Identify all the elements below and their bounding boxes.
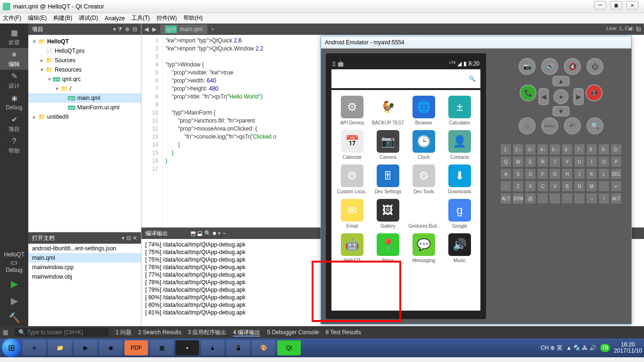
app-clock[interactable]: 🕒Clock (406, 130, 442, 160)
tree-row[interactable]: 📄HelloQT.pro (28, 46, 141, 56)
locator-input[interactable]: 🔍 Type to locate (Ctrl+K) (15, 328, 109, 337)
app-google[interactable]: gGoogle (442, 199, 478, 229)
taskbar-qt[interactable]: Qt (277, 340, 301, 355)
menu-item[interactable]: 调试(D) (79, 14, 98, 22)
mode-帮助[interactable]: ?帮助 (0, 135, 28, 156)
key[interactable]: SYM (512, 193, 524, 204)
taskbar-cmd[interactable]: ▪ (175, 340, 199, 355)
taskbar-ie[interactable]: e (23, 340, 46, 355)
key[interactable]: 8* (586, 144, 597, 155)
key[interactable]: G (549, 168, 561, 180)
taskbar-media[interactable]: ▶ (74, 340, 97, 355)
key[interactable]: F (537, 168, 548, 180)
app-calculator[interactable]: ±Calculator (442, 96, 478, 125)
key[interactable]: ↑ (500, 181, 512, 192)
status-tab[interactable]: 4 编译输出 (233, 329, 260, 337)
key[interactable]: T (549, 156, 561, 167)
key[interactable]: L (598, 168, 610, 180)
key[interactable] (537, 193, 548, 204)
emu-ctrl-button[interactable]: 🔍 (586, 117, 603, 134)
app-contacts[interactable]: 👤Contacts (442, 130, 478, 160)
run-button[interactable]: ▶ (8, 275, 21, 292)
emulator-screen[interactable]: ▯ 🤖ᴸᵀᴱ ◢ ▮ 8:20 🔍 ⚙API Demos🐓BACKUP TEST… (326, 53, 486, 319)
key[interactable]: C (537, 181, 548, 192)
key[interactable]: R (537, 156, 548, 167)
key[interactable]: Q (500, 156, 512, 167)
editor-filename-tab[interactable]: qml main.qml (160, 25, 207, 34)
debug-run-button[interactable]: ▶ (8, 292, 21, 309)
tree-row[interactable]: ▾qmlqml.qrc (28, 74, 141, 84)
nav-fwd-icon[interactable]: ▶ (152, 26, 157, 33)
app-custom-loca-[interactable]: ⚙Custom Loca.. (334, 165, 370, 194)
key[interactable]: / (598, 193, 610, 204)
key[interactable]: @ (525, 193, 536, 204)
key[interactable]: 9( (598, 144, 610, 155)
key[interactable]: J (574, 168, 585, 180)
key[interactable]: ↵ (611, 181, 622, 192)
tree-row[interactable]: ▾📁HelloQT (28, 37, 141, 46)
status-tab[interactable]: 8 Test Results (326, 329, 361, 336)
emulator-keyboard[interactable]: 1!2@3#4$5%6^7&8*9(0)QWERTYUIOPASDFGHJKLD… (500, 144, 622, 204)
emu-ctrl-button[interactable]: MENU (541, 117, 558, 134)
mode-编辑[interactable]: ≡编辑 (0, 48, 28, 70)
split-icon[interactable]: ⊟ (132, 26, 137, 33)
sidebar-toggle-icon[interactable]: ▥ (3, 329, 8, 336)
app-browser[interactable]: 🌐Browser (406, 96, 442, 125)
key[interactable] (561, 193, 573, 204)
opendocs-list[interactable]: android-libuntitl...ent-settings.jsonmai… (28, 244, 141, 326)
app-dev-tools[interactable]: ⚙Dev Tools (406, 165, 442, 194)
link-icon[interactable]: ⊕ (125, 26, 130, 33)
emu-ctrl-button[interactable]: ↶ (564, 117, 581, 134)
status-tab[interactable]: 2 Search Results (138, 329, 181, 336)
key[interactable]: W (512, 156, 524, 167)
taskbar-android[interactable]: ▲ (201, 340, 224, 355)
run-target[interactable]: HelloQT ▭ Debug (2, 249, 26, 275)
key[interactable]: E (525, 156, 536, 167)
app-calendar[interactable]: 📅Calendar (334, 130, 370, 160)
key[interactable]: V (549, 181, 561, 192)
key[interactable]: O (598, 156, 610, 167)
hangup-button[interactable]: 📵 (586, 84, 603, 101)
taskbar-app[interactable]: ◉ (99, 340, 123, 355)
mode-设计[interactable]: ✎设计 (0, 70, 28, 91)
key[interactable]: S (512, 168, 524, 180)
menu-item[interactable]: 编辑(E) (28, 14, 47, 22)
search-bar[interactable]: 🔍 (331, 69, 480, 88)
key[interactable]: → (586, 193, 597, 204)
key[interactable]: P (611, 156, 622, 167)
emulator-titlebar[interactable]: Android Emulator - myavd:5554 (321, 36, 631, 49)
app-camera[interactable]: 📷Camera (370, 130, 406, 160)
app-gallery[interactable]: 🖼Gallery (370, 199, 406, 229)
key[interactable]: Z (512, 181, 524, 192)
status-tab[interactable]: 5 Debugger Console (267, 329, 319, 336)
tree-row[interactable]: ▾📁/ (28, 84, 141, 93)
filter-icon[interactable]: ▾ ⧩ (113, 26, 122, 33)
taskbar-pdf[interactable]: PDF (124, 340, 148, 355)
tree-row[interactable]: ▾📁Resources (28, 65, 141, 74)
opendoc-item[interactable]: mainwindow.cpp (28, 263, 141, 272)
opendoc-item[interactable]: mainwindow.obj (28, 272, 141, 281)
status-tab[interactable]: 3 应用程序输出 (188, 329, 226, 336)
key[interactable]: B (561, 181, 573, 192)
taskbar-explorer[interactable]: 📁 (48, 340, 72, 355)
app-dev-settings[interactable]: 🎚Dev Settings (370, 165, 406, 194)
build-button[interactable]: 🔨 (6, 309, 23, 326)
dpad[interactable]: ▲ ◀ ● ▶ ▼ (542, 84, 580, 108)
app-music[interactable]: 🔊Music (442, 233, 478, 263)
app-maps[interactable]: 📍Maps (370, 233, 406, 263)
app-gestures-buil-[interactable]: 〰Gestures Buil.. (406, 199, 442, 229)
call-button[interactable]: 📞 (520, 84, 537, 101)
tree-row[interactable]: ▸📁untitled9 (28, 112, 141, 122)
split-icon[interactable]: ▾ ⊟ ✕ (122, 235, 137, 241)
key[interactable] (549, 193, 561, 204)
menu-item[interactable]: 控件(W) (157, 14, 177, 22)
emu-ctrl-button[interactable]: 🔇 (564, 58, 581, 75)
start-button[interactable]: ⊞ (2, 338, 21, 357)
menu-item[interactable]: 构建(B) (53, 14, 72, 22)
app-email[interactable]: ✉Email (334, 199, 370, 229)
key[interactable]: 5% (549, 144, 561, 155)
nav-back-icon[interactable]: ◀ (144, 26, 149, 33)
menu-item[interactable]: 工具(T) (132, 14, 150, 22)
key[interactable]: . (598, 181, 610, 192)
app-api-demos[interactable]: ⚙API Demos (334, 96, 370, 125)
